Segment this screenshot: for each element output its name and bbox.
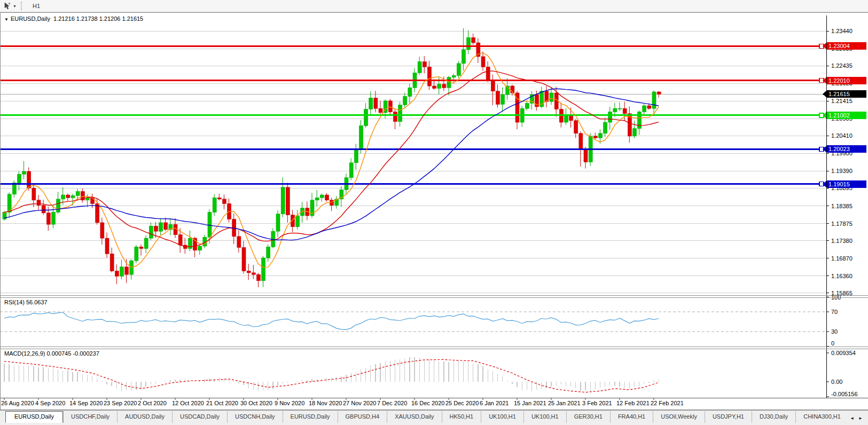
candle-down: [46, 213, 50, 224]
rsi-indicator-label: RSI(14) 56.0637: [4, 299, 48, 305]
candle-down: [574, 121, 578, 133]
chart-title-ohlc: 1.21216 1.21738 1.21206 1.21615: [53, 15, 143, 22]
candle-down: [37, 200, 41, 206]
candle-up: [354, 149, 358, 163]
price-badge-label: 1.21002: [828, 112, 850, 119]
price-badge: 1.21615: [823, 90, 866, 98]
candle-up: [364, 109, 368, 125]
price-badge-label: 1.20023: [828, 146, 850, 152]
candle-down: [393, 112, 397, 122]
date-label: 21 Oct 2020: [206, 400, 238, 406]
tabs-scroll-right-button[interactable]: ►: [856, 414, 865, 422]
candle-up: [452, 76, 456, 77]
candle-up: [276, 214, 280, 231]
macd-panel: 0.0093540.00-0.005156: [4, 350, 858, 397]
date-label: 4 Sep 2020: [35, 400, 65, 406]
chart-tab-gbpusd-h4[interactable]: GBPUSD,H4: [338, 411, 387, 423]
tabs-scroll-left-button[interactable]: ◄: [848, 414, 856, 422]
chart-tab-hk50-h1[interactable]: HK50,H1: [442, 411, 481, 423]
date-label: 16 Dec 2020: [411, 400, 444, 406]
chart-tab-usdcnh-daily[interactable]: USDCNH,Daily: [227, 411, 283, 423]
candle-down: [222, 199, 226, 203]
candlesticks: [3, 28, 661, 287]
macd-tick-label: 0.00: [831, 379, 842, 385]
cursor-tool-dropdown-caret[interactable]: ▼: [13, 4, 17, 8]
candle-down: [115, 271, 119, 277]
date-label: 23 Sep 2020: [104, 400, 137, 406]
candle-up: [652, 92, 656, 108]
candle-up: [457, 64, 460, 76]
toolbar-grip[interactable]: [21, 2, 24, 10]
price-tick-label: 1.17875: [831, 221, 853, 227]
candle-up: [638, 112, 642, 129]
candle-up: [349, 163, 353, 178]
candle-up: [149, 226, 153, 238]
candle-down: [481, 57, 485, 67]
date-axis: 26 Aug 20204 Sep 202014 Sep 202023 Sep 2…: [1, 398, 684, 406]
chart-tab-dj30-daily[interactable]: DJ30,Daily: [752, 411, 795, 423]
candle-up: [159, 223, 163, 231]
candle-down: [66, 195, 70, 198]
candle-down: [252, 273, 255, 274]
date-label: 25 Dec 2020: [445, 400, 479, 406]
candle-up: [501, 95, 505, 104]
candle-up: [262, 258, 265, 281]
chart-tab-usoil-weekly[interactable]: USOil,Weekly: [653, 411, 705, 423]
candle-up: [408, 88, 412, 96]
price-badge: 1.21002: [823, 112, 866, 119]
candle-down: [178, 235, 182, 245]
chart-tab-china300-h1[interactable]: CHINA300,H1: [795, 411, 848, 423]
price-tick-label: 1.17380: [831, 238, 853, 244]
chart-tab-uk100-h1[interactable]: UK100,H1: [481, 411, 523, 423]
mt4-window: ▼ M1M5M15M30H1H4D1W1MN 100703000.0093540…: [0, 0, 868, 425]
price-badge-label: 1.21615: [828, 91, 850, 97]
candle-up: [51, 212, 55, 225]
price-badge-label: 1.23004: [828, 43, 850, 49]
rsi-tick-label: 70: [831, 309, 838, 315]
chart-title-caret[interactable]: ▼: [4, 17, 9, 22]
date-label: 27 Nov 2020: [343, 400, 376, 406]
candle-up: [643, 106, 646, 112]
candle-up: [198, 246, 202, 250]
chart-tab-eurusd-daily[interactable]: EURUSD,Daily: [283, 411, 338, 423]
candle-up: [57, 199, 60, 212]
candle-up: [618, 108, 622, 109]
macd-tick-label: 0.009354: [831, 350, 856, 356]
date-label: 12 Oct 2020: [172, 400, 204, 406]
chart-tab-fra40-h1[interactable]: FRA40,H1: [610, 411, 653, 423]
candle-down: [442, 84, 446, 88]
chart-tab-eurusd-daily[interactable]: EURUSD,Daily: [5, 411, 63, 423]
price-badge: 1.23004: [823, 42, 866, 50]
candle-up: [403, 96, 407, 105]
candle-down: [247, 271, 251, 273]
toolbar: ▼ M1M5M15M30H1H4D1W1MN: [0, 0, 868, 12]
date-label: 25 Jan 2021: [548, 400, 581, 406]
candle-up: [550, 93, 553, 101]
chart-tab-usdchf-daily[interactable]: USDCHF,Daily: [63, 411, 117, 423]
chart-tab-ger30-h1[interactable]: GER30,H1: [566, 411, 610, 423]
chart-tab-usdjpy-h1[interactable]: USDJPY,H1: [705, 411, 752, 423]
chart-window[interactable]: 100703000.0093540.00-0.0051561.234401.22…: [0, 12, 868, 411]
candle-up: [17, 174, 21, 183]
chart-tab-uk100-h1[interactable]: UK100,H1: [523, 411, 566, 423]
date-label: 7 Dec 2020: [377, 400, 407, 406]
candle-up: [315, 198, 319, 200]
price-badge-label: 1.22010: [828, 77, 850, 84]
candle-up: [130, 261, 134, 274]
candle-up: [296, 216, 300, 227]
timeframe-button-h1[interactable]: H1: [28, 1, 49, 11]
candle-down: [154, 226, 158, 231]
candle-up: [418, 62, 421, 73]
candle-up: [22, 171, 26, 174]
main-grid: [0, 31, 826, 293]
candle-up: [359, 126, 363, 149]
cursor-tool-button[interactable]: ▼: [1, 1, 19, 11]
chart-tab-usdcad-daily[interactable]: USDCAD,Daily: [172, 411, 227, 423]
rsi-tick-label: 0: [831, 340, 834, 347]
candle-down: [105, 238, 109, 254]
candle-down: [96, 203, 99, 223]
chart-tab-xauusd-daily[interactable]: XAUUSD,Daily: [387, 411, 441, 423]
chart-tab-audusd-daily[interactable]: AUDUSD,Daily: [117, 411, 172, 423]
candle-up: [76, 192, 80, 196]
horizontal-level-lines[interactable]: [0, 44, 826, 186]
